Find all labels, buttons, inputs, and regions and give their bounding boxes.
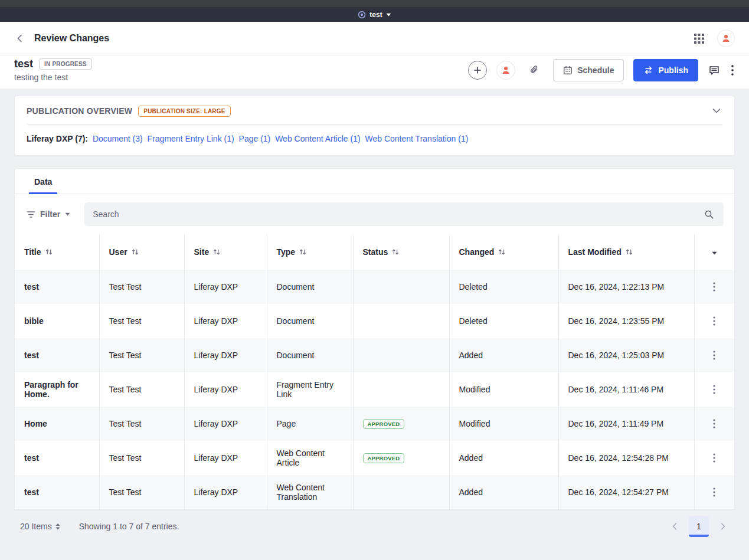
cell-actions [694, 475, 734, 509]
table-row[interactable]: test Test Test Liferay DXP Document Dele… [15, 270, 734, 304]
filter-dropdown[interactable]: Filter [27, 209, 70, 219]
type-link-fragment-entry-link[interactable]: Fragment Entry Link (1) [148, 134, 234, 143]
paperclip-icon [529, 65, 539, 76]
items-per-page-label: 20 Items [20, 522, 52, 531]
column-header-user[interactable]: User [99, 234, 184, 270]
type-link-web-content-article[interactable]: Web Content Article (1) [275, 134, 360, 143]
main-content: PUBLICATION OVERVIEW PUBLICATION SIZE: L… [0, 89, 749, 560]
columns-selector-button[interactable] [694, 234, 734, 270]
screen: test Review Changes [0, 0, 749, 560]
table-header-row: Title User Site Type Status Changed Last… [15, 234, 734, 270]
publication-header: test IN PROGRESS testing the test [0, 55, 749, 89]
type-link-page[interactable]: Page (1) [239, 134, 271, 143]
invite-users-button[interactable] [468, 61, 487, 80]
filter-label: Filter [40, 209, 60, 219]
cell-last-modified: Dec 16, 2024, 12:54:28 PM [558, 441, 694, 475]
cell-actions [694, 407, 734, 441]
cell-type: Document [267, 304, 353, 338]
cell-site: Liferay DXP [184, 407, 267, 441]
tab-bar: Data [15, 169, 734, 194]
person-icon [501, 66, 511, 75]
table-row[interactable]: test Test Test Liferay DXP Web Content A… [15, 441, 734, 475]
cell-site: Liferay DXP [184, 475, 267, 509]
kebab-icon [713, 453, 715, 463]
cell-last-modified: Dec 16, 2024, 1:23:55 PM [558, 304, 694, 338]
cell-type: Web Content Translation [267, 475, 353, 509]
table-row[interactable]: test Test Test Liferay DXP Web Content T… [15, 475, 734, 509]
column-header-type[interactable]: Type [267, 234, 353, 270]
row-actions-button[interactable] [707, 279, 721, 295]
cell-last-modified: Dec 16, 2024, 1:22:13 PM [558, 270, 694, 304]
cell-status [353, 270, 449, 304]
cell-status: APPROVED [353, 407, 449, 441]
search-icon [704, 209, 714, 220]
type-link-web-content-translation[interactable]: Web Content Translation (1) [365, 134, 469, 143]
cell-last-modified: Dec 16, 2024, 1:25:03 PM [558, 338, 694, 372]
collapse-overview-button[interactable] [711, 105, 722, 117]
publication-size-badge: PUBLICATION SIZE: LARGE [138, 106, 230, 117]
publish-label: Publish [658, 66, 688, 75]
kebab-menu-button[interactable] [730, 64, 735, 77]
schedule-button[interactable]: Schedule [553, 59, 624, 81]
applications-menu-button[interactable] [693, 32, 705, 45]
row-actions-button[interactable] [707, 381, 721, 398]
search-button[interactable] [698, 206, 720, 223]
cell-changed: Modified [449, 372, 558, 407]
cell-title: bible [15, 304, 99, 338]
row-actions-button[interactable] [707, 313, 721, 329]
cell-status [353, 475, 449, 509]
row-actions-button[interactable] [707, 484, 721, 500]
page-title: Review Changes [34, 33, 109, 44]
publish-button[interactable]: Publish [633, 59, 698, 81]
sort-icon [213, 248, 220, 256]
page-1-button[interactable]: 1 [689, 516, 709, 537]
publish-icon [643, 66, 653, 75]
table-row[interactable]: test Test Test Liferay DXP Document Adde… [15, 338, 734, 372]
chevron-down-icon [712, 106, 721, 116]
cell-type: Page [267, 407, 353, 441]
previous-page-button[interactable] [669, 520, 681, 533]
tab-data[interactable]: Data [29, 169, 57, 194]
cell-type: Document [267, 270, 353, 304]
showing-entries-text: Showing 1 to 7 of 7 entries. [79, 522, 179, 531]
column-header-site[interactable]: Site [184, 234, 267, 270]
target-icon [358, 11, 366, 19]
column-header-last-modified[interactable]: Last Modified [558, 234, 694, 270]
cell-site: Liferay DXP [184, 304, 267, 338]
next-page-button[interactable] [717, 520, 729, 533]
cell-last-modified: Dec 16, 2024, 1:11:49 PM [558, 407, 694, 441]
type-link-document[interactable]: Document (3) [93, 134, 143, 143]
cell-changed: Deleted [449, 270, 558, 304]
column-header-title[interactable]: Title [15, 234, 99, 270]
table-row[interactable]: Paragraph for Home. Test Test Liferay DX… [15, 372, 734, 407]
cell-last-modified: Dec 16, 2024, 12:54:27 PM [558, 475, 694, 509]
cell-title: test [15, 270, 99, 304]
overview-title: PUBLICATION OVERVIEW [27, 106, 132, 116]
cell-site: Liferay DXP [184, 441, 267, 475]
approved-badge: APPROVED [363, 419, 405, 429]
items-per-page-selector[interactable]: 20 Items [20, 522, 60, 531]
row-actions-button[interactable] [707, 347, 721, 363]
table-row[interactable]: bible Test Test Liferay DXP Document Del… [15, 304, 734, 338]
sort-icon [299, 248, 306, 256]
cell-title: test [15, 441, 99, 475]
cell-status [353, 304, 449, 338]
environment-selector[interactable]: test [358, 11, 391, 19]
management-bar: Filter [15, 194, 734, 234]
user-avatar-button[interactable] [717, 30, 735, 47]
cell-status [353, 338, 449, 372]
grid-icon [694, 34, 704, 44]
owner-avatar[interactable] [496, 61, 515, 80]
search-input[interactable] [93, 209, 698, 219]
environment-bar: test [0, 7, 749, 22]
back-button[interactable] [14, 32, 26, 44]
comments-button[interactable] [708, 64, 721, 77]
copy-link-button[interactable] [525, 61, 544, 80]
cell-type: Document [267, 338, 353, 372]
row-actions-button[interactable] [707, 415, 721, 432]
table-row[interactable]: Home Test Test Liferay DXP Page APPROVED… [15, 407, 734, 441]
publication-description: testing the test [14, 73, 92, 82]
column-header-changed[interactable]: Changed [449, 234, 558, 270]
row-actions-button[interactable] [707, 450, 721, 466]
column-header-status[interactable]: Status [353, 234, 449, 270]
